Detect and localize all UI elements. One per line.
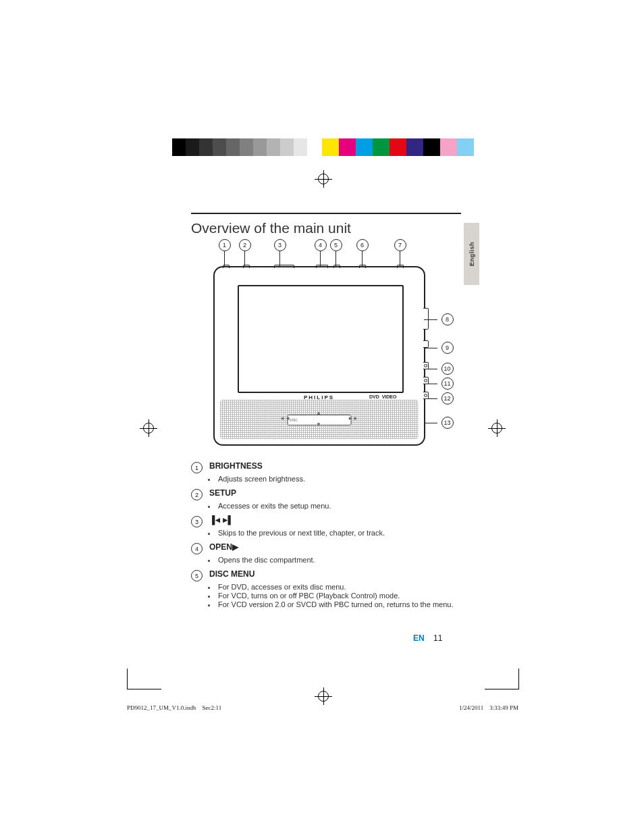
crop-mark-br [485,669,519,689]
item-bullet: For DVD, accesses or exits disc menu. [217,583,461,591]
crop-mark-bl [127,669,161,689]
item-number: 5 [191,570,203,581]
callout-13: 13 [441,417,454,429]
play-icon: ▶ [232,542,238,552]
item-bullet: Skips to the previous or next title, cha… [217,529,461,537]
item-4: 4 OPEN▶ Opens the disc compartment. [191,542,461,564]
item-5: 5 DISC MENU For DVD, accesses or exits d… [191,569,461,608]
device-body: PHILIPS DVD VIDEO DISC ◄◄ ►► ▲ ▼ [213,266,425,446]
item-title: OPEN▶ [209,542,238,552]
registration-mark-bottom [315,687,332,705]
item-bullet: Adjusts screen brightness. [217,475,461,483]
item-2: 2 SETUP Accesses or exits the setup menu… [191,488,461,510]
page-content: Overview of the main unit 1 2 3 4 5 6 7 [191,220,461,614]
footer-file: PD9012_17_UM_V1.0.indb Sec2:11 [127,704,221,711]
item-number: 1 [191,462,203,473]
callout-4: 4 [315,239,327,251]
language-label: English [468,242,475,266]
language-tab: English [464,223,479,285]
registration-mark-left [140,419,157,437]
section-title: Overview of the main unit [191,220,461,236]
greyscale-bar [172,138,321,156]
item-title: SETUP [209,488,236,498]
item-number: 2 [191,489,203,500]
page-number: EN 11 [413,633,442,643]
callout-12: 12 [441,392,454,405]
device-diagram: 1 2 3 4 5 6 7 PHILIPS DVD VIDEO [207,239,446,445]
format-logos: DVD VIDEO [369,394,397,399]
callout-8: 8 [441,313,454,325]
callout-7: 7 [394,239,406,251]
item-bullet: For VCD, turns on or off PBC (Playback C… [217,592,461,600]
registration-mark-top [315,170,332,188]
callout-3: 3 [274,239,286,251]
callout-2: 2 [239,239,251,251]
item-bullet: Opens the disc compartment. [217,556,461,564]
callout-1: 1 [219,239,231,251]
callout-9: 9 [441,342,454,354]
color-bar [322,138,474,156]
item-3: 3 ▐◄ ►▌ Skips to the previous or next ti… [191,515,461,537]
callout-5: 5 [330,239,342,251]
item-number: 3 [191,516,203,527]
item-bullet: Accesses or exits the setup menu. [217,502,461,510]
footer-timestamp: 1/24/2011 3:33:49 PM [459,704,518,711]
page-no: 11 [433,633,442,643]
page-lang: EN [413,633,425,643]
item-bullet: For VCD version 2.0 or SVCD with PBC tur… [217,600,461,608]
item-title: DISC MENU [209,569,254,579]
item-title: BRIGHTNESS [209,461,263,471]
item-1: 1 BRIGHTNESS Adjusts screen brightness. [191,461,461,483]
callout-6: 6 [356,239,369,251]
section-rule [191,213,461,214]
item-number: 4 [191,543,203,554]
skip-prev-next-icon: ▐◄ ►▌ [209,515,232,525]
disc-slot: DISC ◄◄ ►► ▲ ▼ [287,415,351,425]
registration-mark-right [488,419,506,437]
device-screen [238,285,404,393]
callout-11: 11 [441,377,454,390]
callout-10: 10 [441,363,454,375]
